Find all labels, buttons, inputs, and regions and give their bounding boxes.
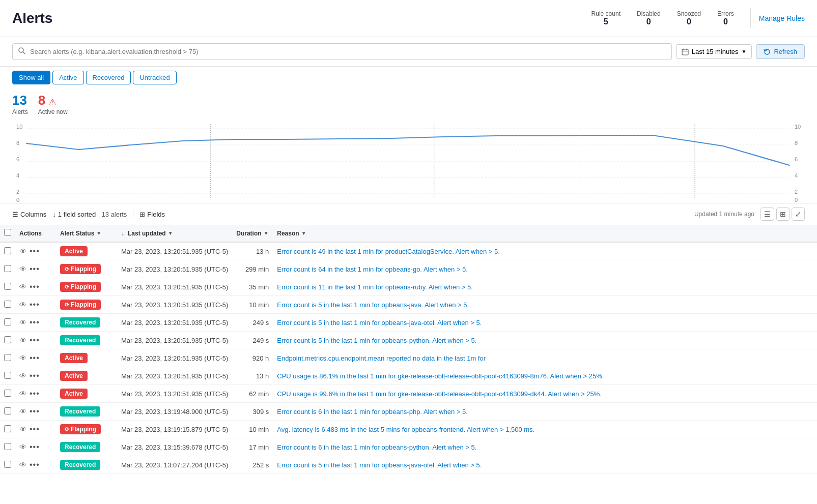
row-duration-cell: 920 h — [232, 349, 273, 367]
filter-active-button[interactable]: Active — [52, 71, 83, 84]
table-row: 👁 ••• Active Mar 23, 2023, 13:20:51.935 … — [0, 349, 817, 367]
status-badge: ⟳Flapping — [60, 424, 101, 434]
row-checkbox-cell — [0, 332, 15, 349]
col-header-updated[interactable]: ↓ Last updated ▼ — [117, 225, 232, 242]
manage-rules-button[interactable]: Manage Rules — [759, 14, 805, 22]
eye-icon[interactable]: 👁 — [19, 443, 26, 451]
eye-icon[interactable]: 👁 — [19, 390, 26, 398]
row-reason-cell: Avg. latency is 6,483 ms in the last 5 m… — [273, 421, 817, 438]
more-icon[interactable]: ••• — [30, 425, 40, 434]
search-bar[interactable] — [12, 43, 672, 60]
more-icon[interactable]: ••• — [30, 353, 40, 363]
more-icon[interactable]: ••• — [30, 282, 40, 291]
fields-button[interactable]: ⊞ Fields — [139, 211, 165, 218]
warning-icon: ⚠ — [48, 97, 57, 108]
more-icon[interactable]: ••• — [30, 371, 40, 380]
reason-link[interactable]: Error count is 5 in the last 1 min for o… — [277, 301, 469, 309]
eye-icon[interactable]: 👁 — [19, 336, 26, 344]
row-actions-cell: 👁 ••• — [15, 296, 56, 314]
table-row: 👁 ••• ⟳Flapping Mar 23, 2023, 13:20:51.9… — [0, 278, 817, 296]
eye-icon[interactable]: 👁 — [19, 407, 26, 416]
reason-link[interactable]: Error count is 5 in the last 1 min for o… — [277, 337, 476, 344]
eye-icon[interactable]: 👁 — [19, 301, 26, 309]
more-icon[interactable]: ••• — [30, 460, 40, 469]
more-icon[interactable]: ••• — [30, 247, 40, 256]
row-checkbox[interactable] — [4, 443, 11, 450]
active-alerts-count: 8 — [38, 93, 45, 108]
status-badge: Active — [60, 371, 88, 381]
col-header-status[interactable]: Alert Status ▼ — [56, 225, 117, 242]
row-reason-cell: CPU usage is 99.6% in the last 1 min for… — [273, 385, 817, 403]
search-input[interactable] — [30, 48, 666, 55]
time-picker-button[interactable]: Last 15 minutes ▼ — [676, 44, 752, 59]
stat-errors: Errors 0 — [717, 10, 734, 26]
more-icon[interactable]: ••• — [30, 264, 40, 274]
reason-link[interactable]: Avg. latency is 6,483 ms in the last 5 m… — [277, 426, 534, 433]
row-status-cell: Recovered — [56, 314, 117, 332]
sort-status-icon: ▼ — [96, 230, 101, 236]
row-updated-cell: Mar 23, 2023, 13:07:27.204 (UTC-5) — [117, 456, 232, 474]
columns-button[interactable]: ☰ Columns — [12, 211, 46, 218]
row-checkbox[interactable] — [4, 283, 11, 290]
reason-link[interactable]: CPU usage is 86.1% in the last 1 min for… — [277, 372, 604, 380]
table-toolbar-left: ☰ Columns ↓ 1 field sorted 13 alerts ⊞ F… — [12, 210, 688, 218]
row-checkbox[interactable] — [4, 301, 11, 308]
row-checkbox[interactable] — [4, 318, 11, 325]
sort-button[interactable]: ↓ 1 field sorted 13 alerts — [52, 211, 127, 218]
table-toolbar: ☰ Columns ↓ 1 field sorted 13 alerts ⊞ F… — [0, 203, 817, 225]
row-checkbox[interactable] — [4, 372, 11, 379]
row-checkbox-cell — [0, 421, 15, 438]
reason-link[interactable]: Endpoint.metrics.cpu.endpoint.mean repor… — [277, 354, 486, 362]
filter-show-all-button[interactable]: Show all — [12, 71, 50, 84]
reason-link[interactable]: Error count is 6 in the last 1 min for o… — [277, 443, 476, 451]
stat-disabled-value: 0 — [637, 17, 661, 26]
expand-view-button[interactable]: ⤢ — [792, 207, 805, 221]
more-icon[interactable]: ••• — [30, 318, 40, 327]
stat-rule-count-label: Rule count — [591, 10, 621, 17]
row-checkbox[interactable] — [4, 390, 11, 397]
col-header-duration[interactable]: Duration ▼ — [232, 225, 273, 242]
alerts-chart: 10 8 6 4 2 0 10 8 6 4 2 0 — [12, 122, 805, 203]
row-checkbox[interactable] — [4, 336, 11, 343]
table-row: 👁 ••• ⟳Flapping Mar 23, 2023, 13:20:51.9… — [0, 296, 817, 314]
more-icon[interactable]: ••• — [30, 336, 40, 345]
alerts-count-badge: 13 alerts — [98, 211, 127, 218]
row-checkbox[interactable] — [4, 247, 11, 254]
reason-link[interactable]: Error count is 5 in the last 1 min for o… — [277, 461, 482, 469]
row-checkbox[interactable] — [4, 407, 11, 414]
eye-icon[interactable]: 👁 — [19, 372, 26, 380]
svg-text:6: 6 — [795, 156, 798, 162]
eye-icon[interactable]: 👁 — [19, 318, 26, 327]
row-checkbox[interactable] — [4, 425, 11, 432]
row-actions-cell: 👁 ••• — [15, 349, 56, 367]
grid-view-button[interactable]: ⊞ — [776, 207, 790, 221]
filter-untracked-button[interactable]: Untracked — [133, 71, 176, 84]
eye-icon[interactable]: 👁 — [19, 265, 26, 273]
reason-link[interactable]: Error count is 6 in the last 1 min for o… — [277, 408, 468, 416]
row-checkbox[interactable] — [4, 265, 11, 272]
reason-link[interactable]: Error count is 5 in the last 1 min for o… — [277, 319, 482, 327]
row-duration-cell: 13 h — [232, 242, 273, 260]
list-view-button[interactable]: ☰ — [760, 207, 774, 221]
eye-icon[interactable]: 👁 — [19, 354, 26, 362]
reason-link[interactable]: Error count is 64 in the last 1 min for … — [277, 265, 468, 273]
alerts-summary: 13 Alerts 8 ⚠ Active now — [0, 88, 817, 117]
col-header-reason[interactable]: Reason ▼ — [273, 225, 817, 242]
more-icon[interactable]: ••• — [30, 389, 40, 398]
more-icon[interactable]: ••• — [30, 407, 40, 416]
more-icon[interactable]: ••• — [30, 442, 40, 452]
refresh-button[interactable]: Refresh — [756, 44, 805, 59]
reason-link[interactable]: CPU usage is 99.6% in the last 1 min for… — [277, 390, 602, 398]
more-icon[interactable]: ••• — [30, 300, 40, 309]
filter-recovered-button[interactable]: Recovered — [86, 71, 131, 84]
stat-disabled-label: Disabled — [637, 10, 661, 17]
row-checkbox[interactable] — [4, 354, 11, 361]
eye-icon[interactable]: 👁 — [19, 283, 26, 291]
reason-link[interactable]: Error count is 49 in the last 1 min for … — [277, 248, 500, 255]
select-all-checkbox[interactable] — [4, 229, 11, 236]
reason-link[interactable]: Error count is 11 in the last 1 min for … — [277, 283, 473, 291]
eye-icon[interactable]: 👁 — [19, 425, 26, 433]
eye-icon[interactable]: 👁 — [19, 247, 26, 255]
row-checkbox[interactable] — [4, 461, 11, 468]
eye-icon[interactable]: 👁 — [19, 461, 26, 469]
